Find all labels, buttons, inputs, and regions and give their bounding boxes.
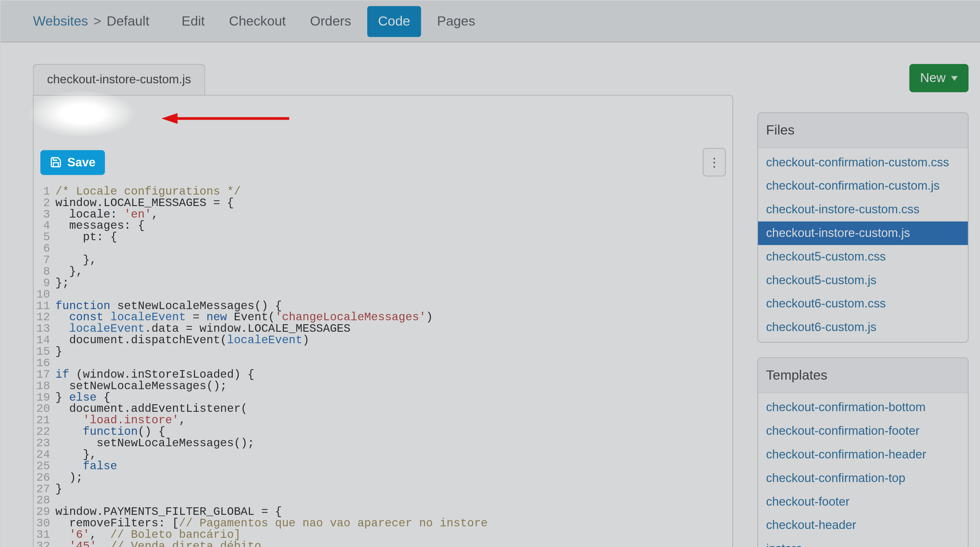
code-line[interactable]: localeEvent.data = window.LOCALE_MESSAGE… [56, 323, 732, 335]
new-button[interactable]: New [909, 64, 969, 92]
template-item[interactable]: checkout-confirmation-header [758, 443, 968, 467]
nav-item-checkout[interactable]: Checkout [217, 1, 298, 41]
code-line[interactable]: messages: { [56, 220, 732, 232]
templates-panel: Templates checkout-confirmation-bottomch… [757, 357, 969, 547]
save-button[interactable]: Save [40, 150, 105, 175]
file-tab[interactable]: checkout-instore-custom.js [33, 64, 205, 95]
nav-item-edit[interactable]: Edit [170, 1, 217, 41]
files-panel: Files checkout-confirmation-custom.cssch… [757, 113, 969, 343]
editor-panel: Save ⋮ 123456789101112131415161718192021… [33, 95, 733, 547]
code-line[interactable]: document.addEventListener( [56, 403, 732, 415]
code-editor[interactable]: 1234567891011121314151617181920212223242… [34, 182, 732, 547]
chevron-down-icon [951, 76, 958, 80]
file-item[interactable]: checkout-confirmation-custom.js [758, 174, 968, 198]
code-line[interactable]: locale: 'en', [56, 209, 732, 220]
file-item[interactable]: checkout6-custom.js [758, 316, 968, 339]
code-line[interactable]: } [56, 346, 732, 357]
template-item[interactable]: checkout-confirmation-footer [758, 419, 968, 443]
nav-item-pages[interactable]: Pages [425, 1, 487, 41]
code-line[interactable] [56, 289, 732, 300]
code-line[interactable]: }, [56, 449, 732, 460]
annotation-arrow [161, 112, 289, 128]
code-line[interactable]: 'load.instore', [56, 415, 732, 426]
file-item[interactable]: checkout6-custom.css [758, 292, 968, 316]
nav-item-code[interactable]: Code [367, 6, 421, 37]
template-item[interactable]: checkout-confirmation-bottom [758, 396, 968, 419]
template-item[interactable]: checkout-header [758, 514, 968, 537]
breadcrumb-current: Default [107, 13, 149, 29]
files-title: Files [758, 113, 968, 148]
code-line[interactable]: document.dispatchEvent(localeEvent) [56, 335, 732, 346]
code-line[interactable]: function() { [56, 426, 732, 438]
code-line[interactable]: ); [56, 472, 732, 483]
code-line[interactable]: } [56, 483, 732, 495]
code-line[interactable] [56, 243, 732, 255]
file-item[interactable]: checkout5-custom.css [758, 245, 968, 269]
code-line[interactable] [56, 495, 732, 506]
templates-title: Templates [758, 358, 968, 393]
top-nav: Websites > Default EditCheckoutOrdersCod… [1, 1, 980, 42]
save-icon [50, 156, 62, 168]
breadcrumb-sep: > [94, 13, 101, 29]
code-line[interactable]: function setNewLocaleMessages() { [56, 300, 732, 312]
code-line[interactable]: if (window.inStoreIsLoaded) { [56, 369, 732, 380]
code-line[interactable]: window.LOCALE_MESSAGES = { [56, 197, 732, 209]
code-line[interactable]: const localeEvent = new Event('changeLoc… [56, 312, 732, 323]
code-line[interactable]: setNewLocaleMessages(); [56, 380, 732, 392]
more-menu-button[interactable]: ⋮ [703, 148, 726, 176]
template-item[interactable]: checkout-confirmation-top [758, 467, 968, 490]
breadcrumb-root[interactable]: Websites [33, 13, 88, 29]
code-line[interactable]: } else { [56, 392, 732, 403]
file-item[interactable]: checkout-instore-custom.css [758, 198, 968, 222]
highlight-glow [28, 90, 136, 137]
file-item[interactable]: checkout5-custom.js [758, 269, 968, 292]
code-line[interactable]: pt: { [56, 232, 732, 243]
file-item[interactable]: checkout-confirmation-custom.css [758, 151, 968, 175]
code-line[interactable]: }; [56, 277, 732, 289]
kebab-icon: ⋮ [708, 155, 720, 170]
code-line[interactable]: /* Locale configurations */ [56, 186, 732, 197]
code-line[interactable]: removeFilters: [// Pagamentos que nao va… [56, 518, 732, 529]
code-line[interactable]: '45', // Venda direta débito [56, 541, 732, 547]
code-line[interactable]: }, [56, 254, 732, 266]
code-line[interactable]: window.PAYMENTS_FILTER_GLOBAL = { [56, 506, 732, 518]
code-line[interactable]: false [56, 460, 732, 472]
template-item[interactable]: instore [758, 537, 968, 547]
code-line[interactable] [56, 357, 732, 369]
code-line[interactable]: }, [56, 266, 732, 277]
file-item[interactable]: checkout-instore-custom.js [758, 222, 968, 245]
new-label: New [920, 70, 946, 85]
save-label: Save [67, 155, 95, 169]
code-line[interactable]: '6', // Boleto bancário] [56, 529, 732, 541]
nav-item-orders[interactable]: Orders [298, 1, 363, 41]
code-line[interactable]: setNewLocaleMessages(); [56, 437, 732, 449]
template-item[interactable]: checkout-footer [758, 490, 968, 514]
svg-marker-1 [161, 113, 177, 124]
